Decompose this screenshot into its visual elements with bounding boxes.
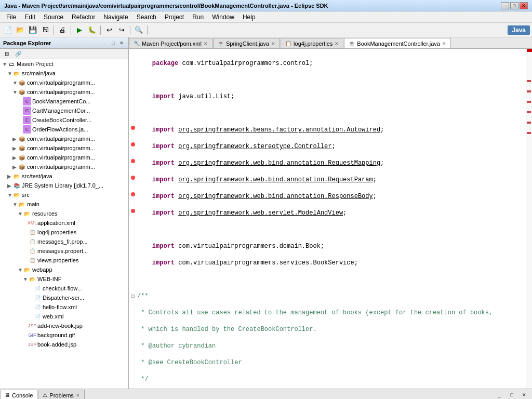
editor-area: 🔧 Maven Project/pom.xml ✕ ☕ SpringClient… bbox=[129, 37, 532, 389]
menu-run[interactable]: Run bbox=[188, 12, 208, 22]
open-button[interactable]: 📂 bbox=[15, 24, 26, 36]
close-panel-button[interactable]: ✕ bbox=[518, 389, 530, 399]
menu-bar: File Edit Source Refactor Navigate Searc… bbox=[0, 11, 532, 23]
tree-item-pkg5[interactable]: ▶ 📦 com.virtualpairprogramm... bbox=[0, 153, 128, 162]
tree-item-createbook[interactable]: ▶ C CreateBookController... bbox=[0, 115, 128, 125]
tree-label: com.virtualpairprogramm... bbox=[27, 145, 95, 151]
run-button[interactable]: ▶ bbox=[74, 24, 85, 36]
tree-item-dispatcher[interactable]: ▶ 📄 Dispatcher-ser... bbox=[0, 293, 128, 302]
menu-search[interactable]: Search bbox=[132, 12, 161, 22]
maximize-panel-button[interactable]: □ bbox=[506, 389, 517, 399]
menu-edit[interactable]: Edit bbox=[20, 12, 39, 22]
save-button[interactable]: 💾 bbox=[27, 24, 38, 36]
tree-item-checkoutflow[interactable]: ▶ 📄 checkout-flow... bbox=[0, 284, 128, 293]
expand-arrow: ▼ bbox=[2, 61, 7, 67]
tree-label: src bbox=[22, 192, 30, 198]
tab-close-button[interactable]: ✕ bbox=[271, 41, 275, 46]
tree-label: checkout-flow... bbox=[43, 285, 82, 291]
panel-minimize-button[interactable]: _ bbox=[101, 39, 109, 47]
close-button[interactable]: ✕ bbox=[520, 2, 528, 9]
tree-item-addnewbook[interactable]: ▶ JSP add-new-book.jsp bbox=[0, 321, 128, 330]
line-marker-area bbox=[131, 209, 135, 213]
line-marker-area bbox=[131, 192, 135, 196]
tree-item-messages[interactable]: ▶ 📋 messages.propert... bbox=[0, 246, 128, 256]
main-layout: Package Explorer _ □ ✕ ⊟ 🔗 ▼ 🗂 Maven Pro… bbox=[0, 37, 532, 389]
tab-console[interactable]: 🖥 Console bbox=[0, 390, 37, 399]
print-button[interactable]: 🖨 bbox=[57, 24, 68, 36]
tab-close-button[interactable]: ✕ bbox=[335, 41, 339, 46]
tree-item-views[interactable]: ▶ 📋 views.properties bbox=[0, 256, 128, 265]
minimize-button[interactable]: ─ bbox=[501, 2, 509, 9]
maximize-button[interactable]: □ bbox=[510, 2, 518, 9]
tab-close-button[interactable]: ✕ bbox=[442, 41, 446, 46]
tree-item-pkg2[interactable]: ▼ 📦 com.virtualpairprogramm... bbox=[0, 87, 128, 97]
tree-item-src-test[interactable]: ▶ 📂 src/test/java bbox=[0, 171, 128, 181]
search-button[interactable]: 🔍 bbox=[133, 24, 144, 36]
minimize-panel-button[interactable]: _ bbox=[494, 389, 505, 399]
java-class-icon: C bbox=[23, 116, 31, 124]
editor-tab-bar: 🔧 Maven Project/pom.xml ✕ ☕ SpringClient… bbox=[129, 37, 532, 49]
tree-item-pkg3[interactable]: ▶ 📦 com.virtualpairprogramm... bbox=[0, 134, 128, 143]
tab-label: Maven Project/pom.xml bbox=[142, 41, 202, 47]
tab-problems[interactable]: ⚠ Problems ✕ bbox=[38, 390, 84, 399]
tab-pom[interactable]: 🔧 Maven Project/pom.xml ✕ bbox=[129, 38, 212, 48]
title-bar: Java - Maven Project/src/main/java/com/v… bbox=[0, 0, 532, 11]
expand-arrow: ▶ bbox=[12, 136, 18, 142]
tree-item-bookmanagement[interactable]: ▶ C BookManagementCo... bbox=[0, 97, 128, 106]
menu-window[interactable]: Window bbox=[208, 12, 238, 22]
save-all-button[interactable]: 🖫 bbox=[39, 24, 51, 36]
tree-item-webxml[interactable]: ▶ 📄 web.xml bbox=[0, 312, 128, 321]
problems-tab-close[interactable]: ✕ bbox=[76, 393, 80, 398]
props-icon: 📋 bbox=[28, 237, 36, 246]
tree-label: WEB-INF bbox=[37, 276, 61, 282]
menu-help[interactable]: Help bbox=[238, 12, 260, 22]
tree-item-pkg6[interactable]: ▶ 📦 com.virtualpairprogramm... bbox=[0, 162, 128, 171]
tree-item-webapp[interactable]: ▼ 📂 webapp bbox=[0, 265, 128, 274]
redo-button[interactable]: ↪ bbox=[116, 24, 127, 36]
panel-controls: _ □ ✕ bbox=[101, 39, 125, 47]
debug-button[interactable]: 🐛 bbox=[86, 24, 98, 36]
tree-item-maven-project[interactable]: ▼ 🗂 Maven Project bbox=[0, 59, 128, 69]
bottom-panel: 🖥 Console ⚠ Problems ✕ _ □ ✕ 154 errors,… bbox=[0, 389, 532, 399]
menu-project[interactable]: Project bbox=[161, 12, 188, 22]
undo-button[interactable]: ↩ bbox=[103, 24, 115, 36]
tree-item-messagesfr[interactable]: ▶ 📋 messages_fr.prop... bbox=[0, 237, 128, 246]
expand-arrow: ▶ bbox=[12, 155, 18, 161]
tree-item-cartmanagement[interactable]: ▶ C CartManagementCor... bbox=[0, 106, 128, 115]
tree-item-bookadded[interactable]: ▶ JSP book-added.jsp bbox=[0, 340, 128, 349]
tree-item-pkg4[interactable]: ▶ 📦 com.virtualpairprogramm... bbox=[0, 143, 128, 153]
tree-item-log4j[interactable]: ▶ 📋 log4j.properties bbox=[0, 228, 128, 237]
tree-item-resources[interactable]: ▼ 📂 resources bbox=[0, 209, 128, 218]
tree-item-pkg1[interactable]: ▼ 📦 com.virtualpairprogramm... bbox=[0, 78, 128, 87]
tree-label: resources bbox=[32, 210, 57, 217]
tree-item-helloflow[interactable]: ▶ 📄 hello-flow.xml bbox=[0, 302, 128, 312]
tree-item-applicationxml[interactable]: ▶ XML application.xml bbox=[0, 218, 128, 228]
tree-item-main[interactable]: ▼ 📂 main bbox=[0, 200, 128, 209]
code-line bbox=[129, 109, 532, 117]
code-editor[interactable]: package com.virtualpairprogrammers.contr… bbox=[129, 49, 532, 389]
tree-item-jre[interactable]: ▶ 📚 JRE System Library [jdk1.7.0_... bbox=[0, 181, 128, 190]
tree-item-src[interactable]: ▼ 📂 src bbox=[0, 190, 128, 200]
panel-maximize-button[interactable]: □ bbox=[110, 39, 117, 47]
tab-close-button[interactable]: ✕ bbox=[204, 41, 208, 46]
new-button[interactable]: 📄 bbox=[2, 24, 14, 36]
tree-item-src-main[interactable]: ▼ 📂 src/main/java bbox=[0, 69, 128, 78]
link-editor-button[interactable]: 🔗 bbox=[12, 48, 24, 60]
title-text: Java - Maven Project/src/main/java/com/v… bbox=[4, 3, 328, 9]
tab-log4j[interactable]: 📋 log4j.properties ✕ bbox=[281, 38, 343, 48]
tab-bookmanagement[interactable]: ☕ BookManagementController.java ✕ bbox=[344, 38, 451, 48]
code-content: package com.virtualpairprogrammers.contr… bbox=[129, 49, 532, 389]
code-line: * which is handled by the CreateBookCont… bbox=[129, 325, 532, 334]
menu-source[interactable]: Source bbox=[39, 12, 68, 22]
panel-close-button[interactable]: ✕ bbox=[118, 39, 125, 47]
collapse-all-button[interactable]: ⊟ bbox=[1, 48, 12, 60]
tree-item-backgroundgif[interactable]: ▶ GIF background.gif bbox=[0, 330, 128, 340]
tree-item-webinf[interactable]: ▼ 📂 WEB-INF bbox=[0, 274, 128, 284]
toolbar: 📄 📂 💾 🖫 🖨 ▶ 🐛 ↩ ↪ 🔍 Java bbox=[0, 23, 532, 37]
menu-file[interactable]: File bbox=[2, 12, 20, 22]
menu-navigate[interactable]: Navigate bbox=[99, 12, 132, 22]
tab-springclient[interactable]: ☕ SpringClient.java ✕ bbox=[213, 38, 280, 48]
tree-item-orderflow[interactable]: ▶ C OrderFlowActions.ja... bbox=[0, 125, 128, 134]
menu-refactor[interactable]: Refactor bbox=[68, 12, 99, 22]
code-line bbox=[129, 275, 532, 284]
